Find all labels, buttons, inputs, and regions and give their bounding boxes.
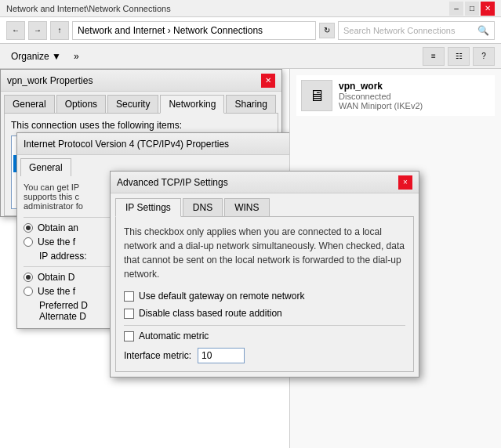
adv-tab-ip[interactable]: IP Settings	[115, 198, 181, 217]
vpn-tabs: General Options Security Networking Shar…	[1, 92, 281, 113]
monitor-icon: 🖥	[309, 87, 325, 105]
help-button[interactable]: ?	[473, 47, 495, 66]
back-button[interactable]: ←	[6, 21, 25, 40]
checkbox-row-1: Use default gateway on remote network	[124, 291, 405, 302]
radio-obtain-auto[interactable]	[24, 223, 33, 233]
tab-general[interactable]: General	[4, 95, 55, 113]
title-text: Network and Internet\Network Connections	[6, 4, 171, 13]
search-icon: 🔍	[477, 25, 489, 36]
ipv4-title-bar: Internet Protocol Version 4 (TCP/IPv4) P…	[17, 133, 290, 155]
radio-obtain-dns[interactable]	[24, 273, 33, 282]
obtain-auto-label: Obtain an	[38, 222, 78, 233]
maximize-button[interactable]: □	[465, 2, 479, 16]
more-button[interactable]: »	[69, 48, 84, 65]
use-following-label: Use the f	[38, 237, 75, 247]
search-box[interactable]: Search Network Connections 🔍	[338, 21, 495, 40]
window-controls: – □ ✕	[449, 2, 495, 16]
network-item: 🖥 vpn_work Disconnected WAN Miniport (IK…	[296, 75, 495, 116]
tab-security[interactable]: Security	[107, 95, 158, 113]
adv-tab-dns[interactable]: DNS	[183, 198, 223, 216]
network-info: vpn_work Disconnected WAN Miniport (IKEv…	[339, 81, 423, 110]
forward-button[interactable]: →	[28, 21, 47, 40]
search-placeholder: Search Network Connections	[343, 26, 455, 35]
checkbox-metric-label: Automatic metric	[139, 331, 209, 341]
ipv4-title-text: Internet Protocol Version 4 (TCP/IPv4) P…	[24, 139, 229, 150]
metric-label: Interface metric:	[124, 350, 191, 361]
radio-use-dns[interactable]	[24, 287, 33, 296]
use-dns-label: Use the f	[38, 286, 75, 297]
checkbox-row-2: Disable class based route addition	[124, 308, 405, 319]
network-name: vpn_work	[339, 81, 423, 92]
toolbar: Organize ▼ » ≡ ☷ ?	[0, 44, 501, 69]
advanced-description: This checkbox only applies when you are …	[124, 225, 405, 281]
advanced-title-bar: Advanced TCP/IP Settings ×	[111, 172, 419, 193]
metric-input[interactable]	[198, 348, 245, 363]
vpn-title-bar: vpn_work Properties ✕	[1, 70, 281, 92]
radio-use-following[interactable]	[24, 237, 33, 247]
checkbox-gateway[interactable]	[124, 291, 134, 302]
network-icon: 🖥	[301, 80, 332, 111]
advanced-close-button[interactable]: ×	[398, 175, 412, 190]
advanced-content: This checkbox only applies when you are …	[115, 216, 414, 372]
obtain-dns-label: Obtain D	[38, 272, 74, 283]
metric-row: Interface metric:	[124, 348, 405, 363]
tab-sharing[interactable]: Sharing	[226, 95, 275, 113]
panel-button[interactable]: ☷	[448, 47, 470, 66]
checkbox-gateway-label: Use default gateway on remote network	[139, 291, 304, 302]
close-window-button[interactable]: ✕	[481, 2, 495, 16]
ipv4-tab-general[interactable]: General	[20, 158, 71, 176]
checkbox-row-3: Automatic metric	[124, 331, 405, 341]
checkbox-route-label: Disable class based route addition	[139, 308, 282, 319]
refresh-button[interactable]: ↻	[319, 23, 335, 38]
network-status: Disconnected	[339, 92, 423, 101]
minimize-button[interactable]: –	[449, 2, 463, 16]
address-bar: ← → ↑ Network and Internet › Network Con…	[0, 17, 501, 44]
view-button[interactable]: ≡	[423, 47, 445, 66]
title-bar: Network and Internet\Network Connections…	[0, 0, 501, 17]
checkbox-route[interactable]	[124, 309, 134, 319]
adv-tab-wins[interactable]: WINS	[224, 198, 269, 216]
vpn-title-text: vpn_work Properties	[7, 75, 93, 86]
checkbox-metric[interactable]	[124, 331, 134, 341]
advanced-title-text: Advanced TCP/IP Settings	[117, 177, 228, 188]
tab-options[interactable]: Options	[56, 95, 106, 113]
main-area: vpn_work Properties ✕ General Options Se…	[0, 69, 501, 448]
advanced-tcpip-dialog: Advanced TCP/IP Settings × IP Settings D…	[110, 171, 419, 378]
vpn-close-button[interactable]: ✕	[261, 74, 275, 88]
tab-networking[interactable]: Networking	[160, 95, 224, 114]
network-type: WAN Miniport (IKEv2)	[339, 101, 423, 110]
conn-label: This connection uses the following items…	[11, 120, 271, 131]
advanced-tabs: IP Settings DNS WINS	[111, 193, 419, 216]
address-path[interactable]: Network and Internet › Network Connectio…	[72, 21, 316, 40]
up-button[interactable]: ↑	[50, 21, 69, 40]
organize-button[interactable]: Organize ▼	[6, 48, 66, 65]
